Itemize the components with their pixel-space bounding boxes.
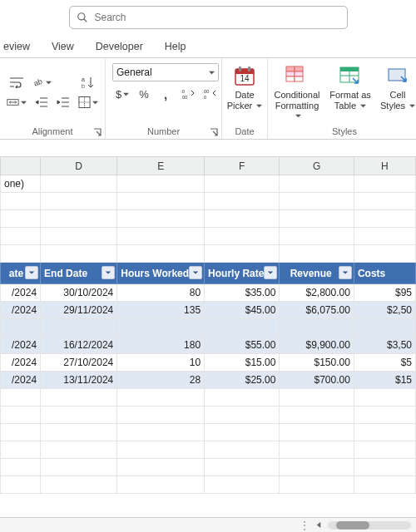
cell[interactable] [117,389,205,406]
cell[interactable]: 180 [117,337,205,354]
cell[interactable] [1,228,41,245]
cell[interactable] [354,459,415,476]
cell[interactable] [1,319,41,337]
th-revenue[interactable]: Revenue [280,263,354,284]
cell[interactable] [205,175,280,193]
cell[interactable] [354,193,415,210]
number-launcher[interactable] [210,128,218,136]
cell[interactable]: $9,900.00 [280,337,354,354]
cell[interactable]: $15.00 [205,354,280,372]
date-picker-button[interactable]: 14 Date Picker [224,60,265,125]
cell[interactable] [1,193,41,210]
cell[interactable] [354,441,415,459]
cell[interactable] [354,175,415,193]
cell[interactable] [280,210,354,228]
table-row[interactable] [1,319,416,337]
cell[interactable] [117,175,205,193]
cell[interactable] [280,193,354,210]
cell[interactable] [1,424,41,441]
cell[interactable] [205,406,280,424]
th-hourly-rate[interactable]: Hourly Rate [205,263,280,284]
sheet-resize-handle[interactable]: ⋮ [300,520,310,531]
cell-styles-button[interactable]: Cell Styles [378,60,416,125]
cell[interactable] [205,210,280,228]
search-box[interactable] [69,6,348,29]
cell[interactable] [117,424,205,441]
filter-button[interactable] [339,266,352,279]
col-header-e[interactable]: E [117,157,205,175]
cell[interactable] [205,319,280,337]
cell[interactable]: 80 [117,284,205,302]
cell[interactable]: $700.00 [280,372,354,389]
accounting-format-button[interactable]: $ [112,85,132,103]
orientation-button[interactable]: ab [32,73,52,91]
scrollbar-track[interactable] [328,521,411,530]
table-row[interactable]: /2024 16/12/2024 180 $55.00 $9,900.00 $3… [1,337,416,354]
cell[interactable] [280,245,354,263]
cell[interactable] [117,319,205,337]
number-format-combo[interactable]: General [112,63,219,81]
table-row[interactable]: /2024 27/10/2024 10 $15.00 $150.00 $5 [1,354,416,372]
scrollbar-thumb[interactable] [336,521,369,530]
cell[interactable]: 10 [117,354,205,372]
decrease-indent-button[interactable] [32,93,52,111]
cell[interactable] [1,245,41,263]
format-as-table-button[interactable]: Format as Table [324,60,376,125]
col-header-c[interactable] [1,157,41,175]
cell[interactable]: $25.00 [205,372,280,389]
cell[interactable] [117,441,205,459]
cell[interactable] [354,424,415,441]
cell[interactable] [41,389,117,406]
tab-review[interactable]: eview [0,41,33,57]
cell[interactable] [354,228,415,245]
cell[interactable] [41,476,117,494]
cell[interactable] [41,319,117,337]
cell[interactable] [117,406,205,424]
cell[interactable]: $45.00 [205,302,280,319]
sort-button[interactable]: ab [78,73,98,91]
cell[interactable] [205,228,280,245]
cell[interactable] [205,476,280,494]
filter-button[interactable] [189,266,202,279]
cell[interactable] [41,193,117,210]
cell[interactable]: 16/12/2024 [41,337,117,354]
cell[interactable] [205,245,280,263]
wrap-text-button[interactable] [7,73,27,91]
cell[interactable] [280,389,354,406]
cell[interactable] [117,459,205,476]
scroll-left-button[interactable] [315,520,323,531]
cell[interactable] [280,319,354,337]
cell[interactable] [41,441,117,459]
tab-view[interactable]: View [48,41,77,57]
cell[interactable] [1,476,41,494]
th-start-date[interactable]: ate [1,263,41,284]
cell[interactable]: $35.00 [205,284,280,302]
filter-button[interactable] [25,266,38,279]
cell[interactable]: one) [1,175,41,193]
horizontal-scrollbar[interactable]: ⋮ [0,517,416,532]
cell[interactable] [205,459,280,476]
cell[interactable] [205,424,280,441]
cell[interactable] [1,210,41,228]
cell[interactable] [41,459,117,476]
cell[interactable] [280,476,354,494]
cell[interactable]: $95 [354,284,415,302]
cell[interactable] [117,210,205,228]
cell[interactable]: 30/10/2024 [41,284,117,302]
table-row[interactable]: /2024 29/11/2024 135 $45.00 $6,075.00 $2… [1,302,416,319]
cell[interactable] [1,441,41,459]
percent-format-button[interactable]: % [134,85,154,103]
cell[interactable]: /2024 [1,372,41,389]
cell[interactable] [205,193,280,210]
comma-format-button[interactable]: , [156,85,176,103]
cell[interactable] [205,389,280,406]
cell[interactable] [280,406,354,424]
alignment-launcher[interactable] [93,128,102,136]
spreadsheet-grid[interactable]: D E F G H one) ate End Date Hours Worked [0,140,416,517]
table-row[interactable]: /2024 30/10/2024 80 $35.00 $2,800.00 $95 [1,284,416,302]
cell[interactable] [117,193,205,210]
cell[interactable]: 13/11/2024 [41,372,117,389]
filter-button[interactable] [264,266,277,279]
col-header-d[interactable]: D [41,157,117,175]
decrease-decimal-button[interactable]: .00.0 [199,85,219,103]
